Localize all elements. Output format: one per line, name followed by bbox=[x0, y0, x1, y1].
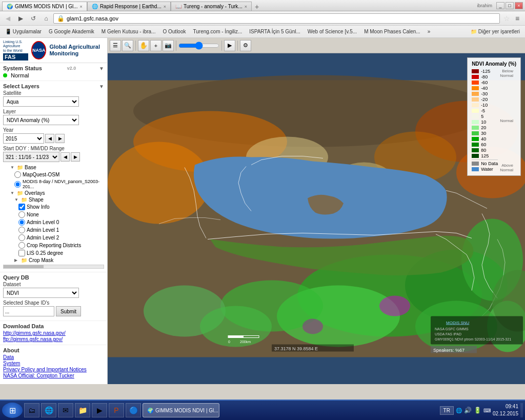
base-modis-item[interactable]: MODIS 8-day / NDVI_panom_S2003-201... bbox=[3, 178, 104, 190]
tab-2[interactable]: 📖 Tureng - anomaly - Turk... × bbox=[171, 2, 252, 11]
system-status-toggle[interactable]: ▼ bbox=[99, 66, 104, 71]
about-nasa-link[interactable]: NASA Official: Compton Tucker bbox=[3, 373, 104, 378]
tab-0-close[interactable]: × bbox=[80, 4, 83, 9]
forward-button[interactable]: ▶ bbox=[15, 13, 26, 24]
base-tree-item[interactable]: ▼ 📁 Base bbox=[3, 164, 104, 171]
taskbar-icon-ppt[interactable]: P bbox=[109, 403, 124, 417]
start-button[interactable]: ⊞ bbox=[2, 403, 23, 418]
satellite-select[interactable]: Aqua bbox=[3, 96, 79, 107]
bookmark-wos[interactable]: Web of Science [v.5... bbox=[305, 28, 360, 35]
base-modis-radio[interactable] bbox=[14, 181, 21, 188]
lis-item[interactable]: LIS 0.25 degree bbox=[3, 249, 104, 257]
about-privacy-link[interactable]: Privacy Policy and Important Notices bbox=[3, 367, 104, 372]
about-data-link[interactable]: Data bbox=[3, 354, 104, 360]
language-indicator[interactable]: TR bbox=[440, 406, 454, 415]
bookmark-tureng[interactable]: Tureng.com - İngiliz... bbox=[190, 28, 246, 35]
window-user: ibrahim bbox=[477, 3, 492, 8]
bookmark-other[interactable]: 📁 Diğer yer işaretleri bbox=[468, 28, 523, 35]
layer-select[interactable]: NDVI Anomaly (%) bbox=[3, 115, 79, 125]
taskbar-icon-mail[interactable]: ✉ bbox=[58, 403, 73, 417]
dataset-select[interactable]: NDVI bbox=[3, 288, 79, 298]
tab-0[interactable]: 🌍 GIMMS MODIS NDVI | Gl... × bbox=[2, 2, 87, 11]
doy-prev-button[interactable]: ◀ bbox=[60, 152, 70, 162]
tray-keyboard-icon[interactable]: ⌨ bbox=[483, 408, 491, 413]
year-prev-button[interactable]: ◀ bbox=[45, 134, 54, 143]
submit-button[interactable]: Submit bbox=[56, 306, 81, 316]
download-link-ftp[interactable]: ftp://gimms.gsfc.nasa.gov/ bbox=[3, 336, 104, 342]
new-tab-button[interactable]: + bbox=[252, 3, 262, 11]
toolbar-pan-button[interactable]: ☰ bbox=[110, 40, 121, 51]
bookmark-isparta[interactable]: ISPARTA İçin 5 Günl... bbox=[246, 28, 304, 35]
tray-network-icon[interactable]: 🌐 bbox=[456, 408, 462, 413]
refresh-button[interactable]: ↺ bbox=[28, 13, 39, 24]
minimize-button[interactable]: _ bbox=[496, 2, 504, 9]
admin0-item[interactable]: Admin Level 0 bbox=[3, 218, 104, 226]
toolbar-zoom-button[interactable]: + bbox=[150, 40, 161, 51]
taskbar-icon-chrome[interactable]: 🔵 bbox=[126, 403, 141, 417]
close-button[interactable]: × bbox=[515, 2, 523, 9]
crop-reporting-item[interactable]: Crop Reporting Districts bbox=[3, 242, 104, 249]
shape-tree-item[interactable]: ▼ 📁 Shape bbox=[3, 196, 104, 203]
tab-2-close[interactable]: × bbox=[245, 4, 247, 9]
crop-reporting-radio[interactable] bbox=[18, 242, 25, 249]
taskbar-active-window[interactable]: 🌍 GIMMS MODIS NDVI | Gl... bbox=[143, 403, 219, 417]
doy-next-button[interactable]: ▶ bbox=[71, 152, 80, 162]
taskbar-icon-media[interactable]: ▶ bbox=[92, 403, 107, 417]
toolbar-settings-button[interactable]: ⚙ bbox=[240, 40, 251, 51]
toolbar-play-button[interactable]: ▶ bbox=[224, 40, 235, 51]
admin2-item[interactable]: Admin Level 2 bbox=[3, 234, 104, 242]
admin0-radio[interactable] bbox=[18, 219, 25, 226]
toolbar-camera-button[interactable]: 📷 bbox=[163, 40, 174, 51]
show-info-item[interactable]: Show Info bbox=[3, 203, 104, 211]
map-canvas[interactable]: MODIS SNU NASA GSFC GIMMS USDA FAS IPAD … bbox=[108, 53, 525, 384]
layers-scrollbar[interactable] bbox=[3, 265, 104, 269]
bookmark-moon[interactable]: M Moon Phases Calen... bbox=[361, 28, 423, 35]
bookmark-more[interactable]: » bbox=[425, 28, 434, 35]
bookmark-gmail[interactable]: M Gelen Kutusu - ibra... bbox=[98, 28, 159, 35]
bookmark-apps[interactable]: 📱 Uygulamalar bbox=[2, 28, 45, 35]
admin2-radio[interactable] bbox=[18, 234, 25, 241]
admin1-radio[interactable] bbox=[18, 227, 25, 233]
taskbar-icon-explorer[interactable]: 🗂 bbox=[24, 403, 39, 417]
admin2-label: Admin Level 2 bbox=[27, 235, 59, 241]
svg-text:0: 0 bbox=[228, 340, 230, 344]
year-select[interactable]: 2015 bbox=[3, 133, 44, 144]
bookmark-star-icon[interactable]: ☆ bbox=[503, 14, 510, 23]
bookmark-outlook[interactable]: O Outlook bbox=[159, 28, 189, 35]
legend-row-15: 125 bbox=[472, 153, 498, 158]
about-system-link[interactable]: System bbox=[3, 361, 104, 366]
year-next-button[interactable]: ▶ bbox=[55, 134, 65, 143]
tray-volume-icon[interactable]: 🔊 bbox=[464, 407, 472, 414]
shape-none-radio[interactable] bbox=[18, 211, 25, 218]
bookmark-google[interactable]: G Google Akademik bbox=[46, 28, 97, 35]
show-desktop-button[interactable] bbox=[520, 403, 523, 417]
taskbar-clock[interactable]: 09:41 02.12.2015 bbox=[493, 403, 518, 417]
tray-battery-icon[interactable]: 🔋 bbox=[474, 407, 481, 414]
back-button[interactable]: ◀ bbox=[2, 13, 13, 24]
address-bar[interactable]: 🔒 bbox=[53, 13, 500, 24]
base-mapquest-item[interactable]: MapQuest-OSM bbox=[3, 171, 104, 178]
download-link-http[interactable]: http://gimms.gsfc.nasa.gov/ bbox=[3, 330, 104, 336]
base-mapquest-radio[interactable] bbox=[14, 171, 21, 178]
url-input[interactable] bbox=[67, 15, 496, 22]
doy-select[interactable]: 321 : 11/16 - 11/23 bbox=[3, 152, 59, 162]
home-button[interactable]: ⌂ bbox=[41, 13, 52, 24]
taskbar-icon-files[interactable]: 📁 bbox=[75, 403, 90, 417]
maximize-button[interactable]: □ bbox=[506, 2, 514, 9]
toolbar-search-button[interactable]: 🔍 bbox=[122, 40, 133, 51]
opacity-slider[interactable] bbox=[178, 42, 219, 49]
overlays-tree-item[interactable]: ▼ 📁 Overlays bbox=[3, 190, 104, 196]
select-layers-toggle[interactable]: ▼ bbox=[99, 84, 104, 89]
tab-1-close[interactable]: × bbox=[164, 4, 166, 9]
taskbar: ⊞ 🗂 🌐 ✉ 📁 ▶ P 🔵 🌍 GIMMS MODIS NDVI | Gl.… bbox=[0, 399, 525, 420]
shape-ids-input[interactable] bbox=[3, 306, 54, 316]
toolbar-hand-button[interactable]: ✋ bbox=[138, 40, 149, 51]
admin1-item[interactable]: Admin Level 1 bbox=[3, 226, 104, 234]
tab-1[interactable]: 🌐 Rapid Response | Earthd... × bbox=[87, 2, 171, 11]
taskbar-icon-browser[interactable]: 🌐 bbox=[41, 403, 56, 417]
extensions-button[interactable]: ≡ bbox=[512, 13, 523, 24]
shape-none-item[interactable]: None bbox=[3, 211, 104, 218]
show-info-checkbox[interactable] bbox=[18, 204, 25, 210]
lis-checkbox[interactable] bbox=[18, 250, 25, 256]
crop-mask-tree-item[interactable]: ▶ 📁 Crop Mask bbox=[3, 257, 104, 264]
